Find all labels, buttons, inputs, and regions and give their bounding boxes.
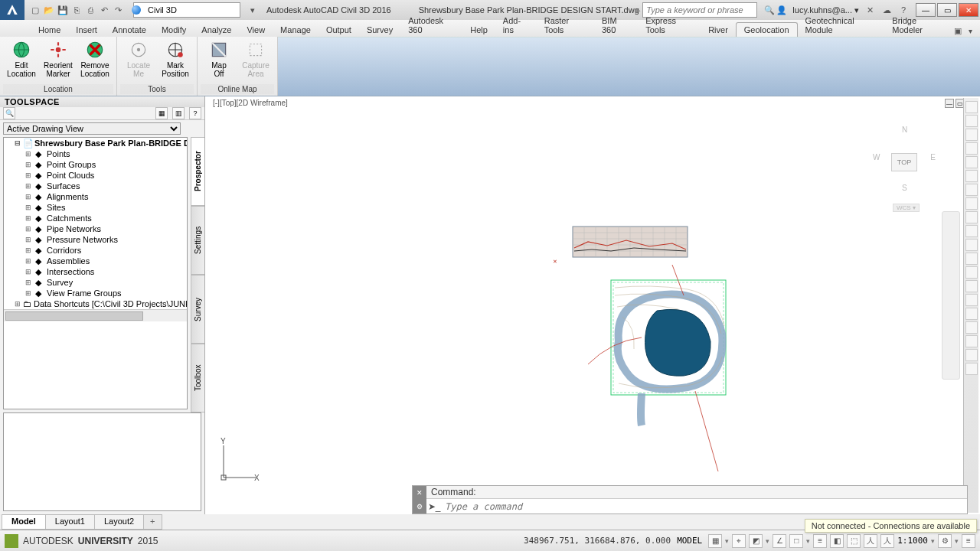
- rt-btn[interactable]: [965, 253, 978, 265]
- transparency-icon[interactable]: ◧: [830, 534, 844, 548]
- plot-icon[interactable]: ⎙: [84, 4, 96, 16]
- tab-insert[interactable]: Insert: [68, 23, 105, 37]
- rt-btn[interactable]: [965, 170, 978, 182]
- tab-river[interactable]: River: [701, 23, 736, 37]
- viewcube-face[interactable]: TOP: [891, 153, 917, 171]
- map-off-button[interactable]: MapOff: [201, 38, 237, 80]
- rt-btn[interactable]: [965, 197, 978, 210]
- qat-dropdown-icon[interactable]: ▾: [247, 4, 259, 16]
- rt-btn[interactable]: [965, 308, 978, 320]
- featured-apps-icon[interactable]: ▣: [952, 24, 964, 37]
- save-icon[interactable]: 💾: [57, 4, 69, 16]
- ribbon-minimize-icon[interactable]: ▾: [969, 27, 972, 35]
- rt-btn[interactable]: [965, 184, 978, 196]
- prospector-tree[interactable]: 📄 Shrewsbury Base Park Plan-BRIDGE DES..…: [3, 137, 188, 409]
- anno-scale[interactable]: 1:1000: [897, 536, 928, 546]
- tree-node-surfaces[interactable]: ◆Surfaces: [25, 181, 187, 191]
- tree-node-point-clouds[interactable]: ◆Point Clouds: [25, 170, 187, 181]
- tab-raster-tools[interactable]: Raster Tools: [537, 14, 594, 37]
- signin-icon[interactable]: 👤: [776, 4, 788, 16]
- snap-icon[interactable]: ⌖: [732, 534, 746, 548]
- osnap-icon[interactable]: □: [789, 534, 803, 548]
- tree-node-sites[interactable]: ◆Sites: [25, 202, 187, 213]
- rt-btn[interactable]: [965, 156, 978, 168]
- layout-tab-layout2[interactable]: Layout2: [95, 515, 144, 529]
- cmd-handle[interactable]: ✕⚙: [413, 486, 426, 514]
- tree-node-pipe-networks[interactable]: ◆Pipe Networks: [25, 223, 187, 234]
- doc-min-button[interactable]: —: [945, 99, 954, 108]
- side-tab-settings[interactable]: Settings: [191, 206, 204, 275]
- side-tab-toolbox[interactable]: Toolbox: [191, 344, 204, 412]
- toolspace-view-select[interactable]: Active Drawing View: [3, 122, 181, 135]
- close-button[interactable]: ✕: [959, 3, 978, 17]
- rt-btn[interactable]: [965, 266, 978, 279]
- tab-bridge-modeler[interactable]: Bridge Modeler: [884, 14, 952, 37]
- tree-node-view-frame-groups[interactable]: ◆View Frame Groups: [25, 288, 187, 298]
- open-icon[interactable]: 📂: [43, 4, 55, 16]
- rt-btn[interactable]: [965, 280, 978, 292]
- command-line[interactable]: ✕⚙ Command: ➤_: [412, 485, 968, 514]
- tab-survey[interactable]: Survey: [359, 23, 400, 37]
- viewcube-e[interactable]: E: [930, 153, 936, 161]
- workspace-select[interactable]: [133, 2, 240, 18]
- rt-btn[interactable]: [965, 294, 978, 306]
- saveas-icon[interactable]: ⎘: [70, 4, 83, 16]
- tab-modify[interactable]: Modify: [154, 23, 194, 37]
- annoscale-icon[interactable]: 人: [864, 534, 877, 548]
- tree-node-intersections[interactable]: ◆Intersections: [25, 266, 187, 277]
- toolspace-header[interactable]: TOOLSPACE: [0, 96, 204, 107]
- annovis-icon[interactable]: 人: [880, 534, 894, 548]
- app-menu-button[interactable]: [0, 0, 24, 20]
- gear-icon[interactable]: ⚙: [938, 534, 952, 548]
- grid-icon[interactable]: ▦: [708, 534, 722, 548]
- viewcube-n[interactable]: N: [902, 126, 907, 134]
- tree-node-survey[interactable]: ◆Survey: [25, 277, 187, 288]
- tree-node-points[interactable]: ◆Points: [25, 148, 187, 159]
- rt-btn[interactable]: [965, 349, 978, 361]
- rt-btn[interactable]: [965, 321, 978, 334]
- nav-bar[interactable]: [942, 211, 960, 380]
- ortho-icon[interactable]: ◩: [749, 534, 763, 548]
- tab-manage[interactable]: Manage: [273, 23, 318, 37]
- tab-home[interactable]: Home: [31, 23, 68, 37]
- ts-icon-1[interactable]: ▦: [155, 107, 168, 119]
- tree-node-assemblies[interactable]: ◆Assemblies: [25, 256, 187, 266]
- search-icon[interactable]: 🔍: [763, 4, 776, 16]
- viewcube[interactable]: N S W E TOP WCS ▾: [871, 116, 937, 201]
- rt-btn[interactable]: [965, 225, 978, 237]
- tab-express-tools[interactable]: Express Tools: [638, 14, 701, 37]
- layout-tab-model[interactable]: Model: [2, 515, 46, 529]
- tab-analyze[interactable]: Analyze: [194, 23, 239, 37]
- tab-view[interactable]: View: [239, 23, 273, 37]
- tree-node-corridors[interactable]: ◆Corridors: [25, 245, 187, 256]
- viewcube-s[interactable]: S: [902, 184, 907, 192]
- drawing-canvas[interactable]: [-][Top][2D Wireframe] — ▭ ✕ N S W E TOP…: [205, 96, 980, 514]
- tab-bim-360[interactable]: BIM 360: [594, 14, 638, 37]
- tab-geotechnical-module[interactable]: Geotechnical Module: [798, 14, 885, 37]
- tree-datashortcuts[interactable]: 🗀 Data Shortcuts [C:\Civil 3D Projects\J…: [15, 298, 187, 309]
- sc-icon[interactable]: ⬚: [847, 534, 861, 548]
- tab-output[interactable]: Output: [318, 23, 359, 37]
- new-icon[interactable]: ▢: [29, 4, 41, 16]
- viewcube-cs[interactable]: WCS ▾: [893, 204, 920, 212]
- tab-geolocation[interactable]: Geolocation: [736, 22, 798, 37]
- side-tab-prospector[interactable]: Prospector: [191, 137, 204, 206]
- tree-node-catchments[interactable]: ◆Catchments: [25, 213, 187, 223]
- layout-tab-layout1[interactable]: Layout1: [46, 515, 95, 529]
- rt-btn[interactable]: [965, 101, 978, 113]
- rt-btn[interactable]: [965, 211, 978, 223]
- tree-node-point-groups[interactable]: ◆Point Groups: [25, 159, 187, 170]
- polar-icon[interactable]: ∠: [773, 534, 786, 548]
- tab-autodesk-360[interactable]: Autodesk 360: [400, 14, 462, 37]
- rt-btn[interactable]: [965, 363, 978, 375]
- tab-annotate[interactable]: Annotate: [105, 23, 154, 37]
- command-input[interactable]: [442, 500, 967, 514]
- tab-help[interactable]: Help: [462, 23, 495, 37]
- edit-location-button[interactable]: EditLocation: [3, 38, 40, 80]
- lineweight-icon[interactable]: ≡: [813, 534, 827, 548]
- side-tab-survey[interactable]: Survey: [191, 275, 204, 344]
- viewport-label[interactable]: [-][Top][2D Wireframe]: [213, 99, 288, 107]
- reorient-marker-button[interactable]: ReorientMarker: [40, 38, 77, 80]
- rt-btn[interactable]: [965, 335, 978, 347]
- rt-btn[interactable]: [965, 129, 978, 141]
